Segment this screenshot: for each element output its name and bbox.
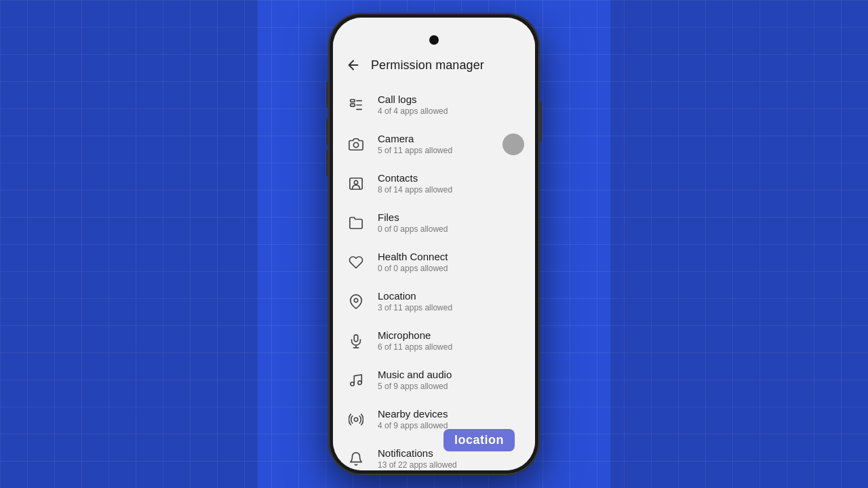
- status-bar: [333, 18, 535, 47]
- list-item[interactable]: Contacts 8 of 14 apps allowed: [333, 164, 535, 203]
- item-text: Location 3 of 11 apps allowed: [378, 289, 524, 314]
- list-item[interactable]: Nearby devices 4 of 9 apps allowed locat…: [333, 400, 535, 439]
- item-sub: 0 of 0 apps allowed: [378, 224, 524, 235]
- list-item[interactable]: Music and audio 5 of 9 apps allowed: [333, 361, 535, 400]
- list-item[interactable]: Camera 5 of 11 apps allowed: [333, 125, 535, 164]
- svg-point-8: [354, 298, 358, 302]
- svg-rect-6: [350, 178, 362, 190]
- back-button[interactable]: [344, 56, 363, 75]
- item-text: Microphone 6 of 11 apps allowed: [378, 329, 524, 353]
- item-text: Nearby devices 4 of 9 apps allowed: [378, 407, 524, 432]
- location-tooltip: location: [443, 429, 515, 451]
- location-icon: [344, 289, 368, 314]
- page-title: Permission manager: [371, 58, 484, 73]
- item-name: Music and audio: [378, 368, 524, 382]
- bg-right-panel: [610, 0, 868, 488]
- svg-rect-1: [351, 104, 355, 106]
- svg-point-5: [353, 142, 358, 147]
- phone-screen: Permission manager Call logs 4 of 4 apps…: [333, 18, 535, 470]
- list-item[interactable]: Location 3 of 11 apps allowed: [333, 282, 535, 321]
- microphone-icon: [344, 329, 368, 353]
- bg-left-panel: [0, 0, 258, 488]
- svg-point-7: [354, 180, 358, 184]
- svg-point-12: [351, 382, 355, 386]
- list-item[interactable]: Microphone 6 of 11 apps allowed: [333, 321, 535, 361]
- list-item[interactable]: Call logs 4 of 4 apps allowed: [333, 85, 535, 125]
- phone-wrapper: Permission manager Call logs 4 of 4 apps…: [329, 14, 539, 474]
- item-name: Files: [378, 211, 524, 224]
- permissions-list[interactable]: Call logs 4 of 4 apps allowed Camera 5 o…: [333, 83, 535, 470]
- svg-rect-9: [354, 335, 358, 342]
- svg-point-14: [354, 418, 358, 422]
- item-name: Nearby devices: [378, 407, 524, 421]
- item-text: Contacts 8 of 14 apps allowed: [378, 171, 524, 196]
- item-sub: 8 of 14 apps allowed: [378, 185, 524, 196]
- camera-notch: [429, 35, 439, 45]
- item-sub: 5 of 9 apps allowed: [378, 382, 524, 392]
- item-sub: 4 of 4 apps allowed: [378, 106, 524, 117]
- cursor-pointer: [502, 134, 524, 155]
- phone-shell: Permission manager Call logs 4 of 4 apps…: [329, 14, 539, 474]
- music-icon: [344, 368, 368, 392]
- health-icon: [344, 250, 368, 274]
- files-icon: [344, 211, 368, 235]
- item-name: Microphone: [378, 329, 524, 342]
- item-name: Health Connect: [378, 250, 524, 264]
- item-sub: 3 of 11 apps allowed: [378, 303, 524, 314]
- camera-icon: [344, 132, 368, 157]
- svg-rect-0: [351, 100, 355, 102]
- item-sub: 13 of 22 apps allowed: [378, 460, 524, 470]
- item-text: Health Connect 0 of 0 apps allowed: [378, 250, 524, 274]
- item-sub: 6 of 11 apps allowed: [378, 342, 524, 353]
- item-sub: 5 of 11 apps allowed: [378, 146, 524, 157]
- list-item[interactable]: Files 0 of 0 apps allowed: [333, 203, 535, 243]
- notifications-icon: [344, 447, 368, 470]
- nearby-icon: [344, 407, 368, 432]
- item-name: Contacts: [378, 171, 524, 185]
- item-text: Call logs 4 of 4 apps allowed: [378, 93, 524, 117]
- item-text: Music and audio 5 of 9 apps allowed: [378, 368, 524, 392]
- list-item[interactable]: Health Connect 0 of 0 apps allowed: [333, 243, 535, 282]
- item-text: Files 0 of 0 apps allowed: [378, 211, 524, 235]
- call-log-icon: [344, 93, 368, 117]
- contacts-icon: [344, 171, 368, 196]
- item-sub: 0 of 0 apps allowed: [378, 264, 524, 274]
- top-bar: Permission manager: [333, 47, 535, 83]
- item-name: Location: [378, 289, 524, 303]
- item-name: Call logs: [378, 93, 524, 106]
